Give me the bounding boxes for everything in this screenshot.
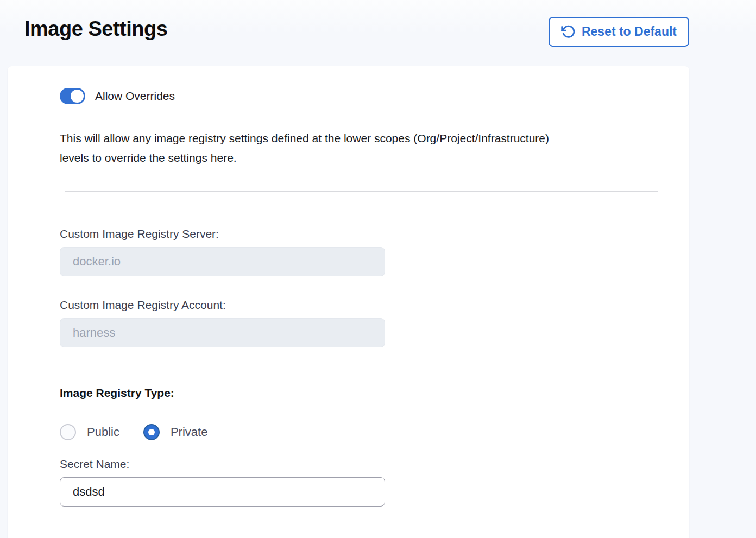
reset-icon: [561, 24, 576, 39]
toggle-knob: [71, 90, 84, 103]
overrides-description: This will allow any image registry setti…: [60, 129, 663, 168]
registry-account-label: Custom Image Registry Account:: [60, 299, 663, 311]
radio-option-public[interactable]: Public: [60, 424, 119, 440]
reset-button-label: Reset to Default: [582, 24, 677, 39]
secret-name-input[interactable]: [60, 477, 385, 507]
radio-public-circle[interactable]: [60, 424, 76, 440]
radio-private-dot: [148, 429, 155, 435]
allow-overrides-toggle[interactable]: [60, 88, 85, 104]
secret-name-label: Secret Name:: [60, 458, 663, 470]
registry-type-radio-group: Public Private: [60, 424, 663, 440]
radio-private-circle[interactable]: [143, 424, 160, 440]
allow-overrides-label: Allow Overrides: [95, 90, 175, 103]
registry-type-label: Image Registry Type:: [60, 387, 663, 400]
section-divider: [65, 191, 658, 192]
allow-overrides-row: Allow Overrides: [60, 88, 663, 104]
registry-account-input: [60, 318, 385, 347]
settings-card: Allow Overrides This will allow any imag…: [8, 66, 689, 538]
overrides-description-line2: levels to override the settings here.: [60, 148, 663, 168]
radio-public-label: Public: [87, 425, 119, 439]
radio-option-private[interactable]: Private: [143, 424, 207, 440]
reset-to-default-button[interactable]: Reset to Default: [549, 17, 689, 47]
registry-server-input: [60, 247, 385, 276]
registry-server-label: Custom Image Registry Server:: [60, 227, 663, 240]
radio-private-label: Private: [171, 425, 207, 439]
overrides-description-line1: This will allow any image registry setti…: [60, 129, 663, 148]
page-title: Image Settings: [24, 17, 167, 41]
